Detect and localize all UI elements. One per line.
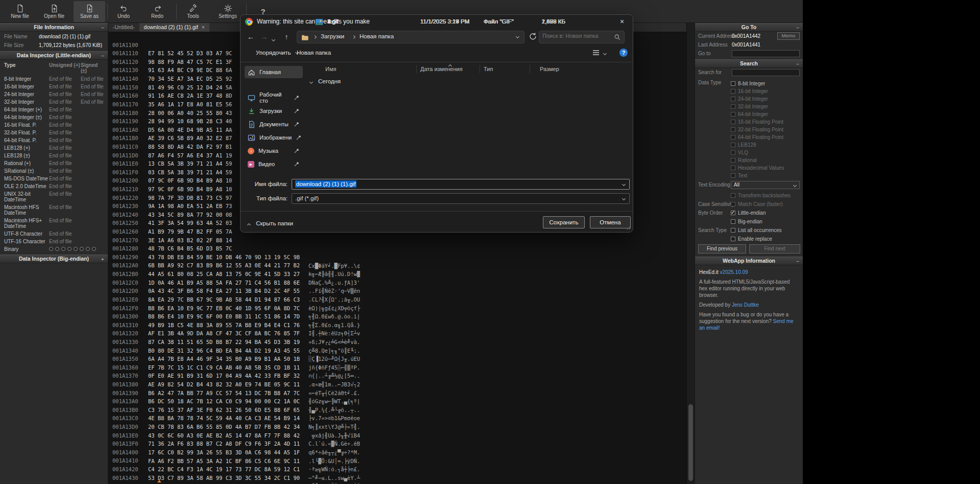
filename-combobox[interactable]: download (2) (1) (1).gif — [292, 179, 630, 190]
data-type-option[interactable]: Rational — [731, 156, 801, 164]
recent-locations-icon[interactable] — [272, 36, 275, 42]
match-case-checkbox[interactable]: Match Case (faster) — [731, 200, 783, 208]
inspector-type: Macintosh HFS+ DateTime — [4, 218, 49, 229]
collapse-icon[interactable]: − — [101, 52, 104, 60]
webapp-info-header[interactable]: WebApp Information − — [695, 257, 803, 265]
hex-scrollbar[interactable] — [686, 23, 695, 484]
save-as-button[interactable]: Save as — [74, 1, 105, 22]
find-previous-button[interactable]: Find previous — [698, 244, 746, 253]
resize-grip[interactable] — [626, 225, 631, 231]
column-header-date[interactable]: Дата изменения — [420, 66, 463, 72]
close-tab-icon[interactable]: × — [202, 24, 205, 30]
little-endian-checkbox[interactable]: Little-endian — [731, 209, 766, 217]
sidebar-item-downloads[interactable]: Загрузки — [245, 105, 303, 117]
data-type-option[interactable]: LEB128 — [731, 141, 801, 149]
search-input[interactable] — [542, 33, 609, 39]
text-encoding-select[interactable]: All — [731, 181, 800, 189]
goto-input[interactable] — [732, 50, 800, 57]
tab-file[interactable]: download (2) (1) (1).gif× — [139, 23, 209, 32]
data-type-option[interactable]: VLQ — [731, 149, 801, 156]
breadcrumb[interactable]: Загрузки Новая папка — [297, 31, 524, 43]
inspector-type: 8-bit Integer — [4, 76, 49, 82]
sidebar-item-desktop[interactable]: Рабочий сто — [245, 91, 303, 104]
chevron-down-icon[interactable] — [622, 197, 626, 200]
sidebar-item-pictures[interactable]: Изображени — [245, 131, 303, 144]
developer-link[interactable]: Jens Duttke — [732, 302, 759, 308]
hex-ascii[interactable]: S╙╟ë:X½Ö├=<U4,┴É — [308, 482, 360, 484]
data-type-option[interactable]: 32-bit Floating Point — [731, 126, 801, 133]
find-next-button[interactable]: Find next — [749, 244, 800, 253]
group-header-today[interactable]: Сегодня — [318, 78, 341, 84]
data-type-option[interactable]: 32-bit Integer — [731, 103, 801, 110]
file-row[interactable]: 1.gif 11/1/2025 3:14 PM Файл "GIF" 2,522… — [308, 15, 629, 28]
memo-button[interactable]: Memo — [777, 32, 800, 40]
sidebar-item-label: Главная — [259, 69, 281, 75]
search-box[interactable] — [539, 31, 625, 43]
data-type-option[interactable]: Hexadecimal Values — [731, 164, 801, 172]
data-type-option[interactable]: 8-bit Integer — [731, 80, 801, 87]
data-type-option[interactable]: 24-bit Integer — [731, 95, 801, 103]
sidebar-item-music[interactable]: Музыка — [245, 145, 303, 157]
enable-replace-checkbox[interactable]: Enable replace — [731, 235, 772, 243]
inspector-signed-value: End of file — [81, 76, 104, 82]
organize-menu[interactable]: Упорядочить — [256, 50, 298, 56]
expand-icon[interactable]: + — [101, 256, 104, 263]
filename-value[interactable]: download (2) (1) (1).gif — [295, 180, 356, 188]
data-type-option[interactable]: 16-bit Integer — [731, 87, 801, 95]
breadcrumb-downloads[interactable]: Загрузки — [321, 33, 344, 39]
version-link[interactable]: v2025.10.09 — [720, 269, 748, 275]
up-icon[interactable]: ↑ — [280, 31, 293, 43]
redo-button[interactable]: Redo — [144, 1, 171, 22]
data-inspector-le-header[interactable]: Data Inspector (Little-endian) − — [0, 51, 108, 60]
chevron-down-icon[interactable] — [622, 182, 626, 186]
cancel-button[interactable]: Отмена — [590, 216, 631, 228]
tools-button[interactable]: Tools — [180, 1, 206, 22]
settings-button[interactable]: Settings — [212, 1, 243, 22]
data-type-option[interactable]: 64-bit Floating Point — [731, 133, 801, 141]
checkbox-icon — [731, 143, 735, 147]
file-information-header[interactable]: File Information − — [0, 23, 108, 32]
data-type-option[interactable]: 16-bit Floating Point — [731, 118, 801, 126]
dialog-help-icon[interactable]: ? — [619, 49, 628, 57]
pin-icon — [294, 121, 300, 127]
file-date: 11/1/2025 3:14 PM — [420, 15, 469, 28]
scrollbar-thumb[interactable] — [688, 404, 693, 481]
tab-untitled[interactable]: -Untitled- — [108, 23, 139, 32]
undo-button[interactable]: Undo — [110, 1, 137, 22]
filetype-combobox[interactable]: .gif (*.gif) — [292, 193, 630, 204]
new-file-button[interactable]: New file — [5, 1, 35, 22]
open-file-button[interactable]: Open file — [39, 1, 69, 22]
sidebar-item-documents[interactable]: Документы — [245, 118, 303, 130]
hex-bytes[interactable]: CC BB 2C 1C C4 84 9A C6 35 5C A8 43 C4 C… — [148, 482, 300, 484]
hide-folders-button[interactable]: Скрыть папки — [248, 220, 293, 226]
sidebar-item-home[interactable]: Главная — [245, 66, 303, 78]
collapse-icon[interactable]: − — [796, 60, 799, 68]
chevron-down-icon[interactable] — [516, 35, 519, 38]
breadcrumb-new-folder[interactable]: Новая папка — [360, 33, 394, 39]
collapse-icon[interactable]: − — [796, 24, 799, 32]
data-inspector-be-header[interactable]: Data Inspector (Big-endian) + — [0, 255, 108, 263]
back-icon[interactable]: ← — [245, 31, 257, 43]
view-button[interactable] — [592, 49, 606, 58]
search-header[interactable]: Search − — [695, 59, 803, 68]
binary-bits — [49, 246, 98, 252]
group-chevron-icon[interactable] — [309, 80, 313, 84]
data-type-option[interactable]: Text — [731, 172, 801, 179]
data-type-option[interactable]: 64-bit Integer — [731, 110, 801, 118]
big-endian-checkbox[interactable]: Big-endian — [731, 218, 762, 225]
collapse-icon[interactable]: − — [796, 258, 799, 265]
new-folder-button[interactable]: Новая папка — [297, 50, 331, 56]
column-header-type[interactable]: Тип — [484, 66, 493, 72]
selection-handle[interactable] — [157, 480, 161, 482]
collapse-icon[interactable]: − — [101, 24, 104, 32]
list-all-occurrences-checkbox[interactable]: List all occurrences — [731, 226, 782, 234]
goto-header[interactable]: Go To − — [695, 23, 803, 32]
refresh-icon[interactable] — [529, 32, 537, 41]
column-header-size[interactable]: Размер — [540, 66, 559, 72]
column-header-name[interactable]: Имя — [325, 66, 336, 72]
transform-backslashes-checkbox[interactable]: Transform backslashes — [731, 192, 791, 199]
save-button[interactable]: Сохранить — [543, 216, 585, 228]
search-for-input[interactable] — [732, 69, 800, 76]
sidebar-item-videos[interactable]: Видео — [245, 158, 303, 170]
forward-icon[interactable]: → — [258, 31, 270, 43]
